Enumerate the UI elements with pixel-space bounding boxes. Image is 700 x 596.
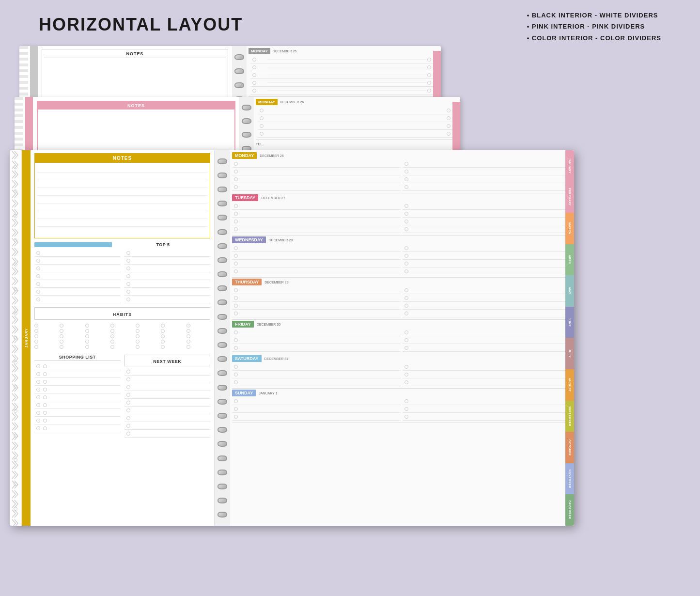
coil-front-2 xyxy=(218,173,227,178)
wf-l3 xyxy=(232,260,401,267)
thursday-date-front: DECEMBER 29 xyxy=(264,281,288,284)
left-chevron-front xyxy=(10,150,22,526)
nw-line-3 xyxy=(124,383,211,391)
tab-sep: SEPTEMBER xyxy=(565,401,574,432)
habit-dot-29 xyxy=(34,345,38,349)
habit-dot-14 xyxy=(187,329,190,333)
right-page-front: MONDAY DECEMBER 26 xyxy=(230,150,574,526)
coil-front-25 xyxy=(218,498,227,503)
coil-front-11 xyxy=(218,299,227,305)
top5r-line-1 xyxy=(124,249,211,257)
top5r-line-4 xyxy=(124,272,211,280)
thf-r3 xyxy=(403,302,571,310)
monday-lines-back xyxy=(249,56,437,94)
monday-col2-front xyxy=(403,160,571,191)
tab-jul-label: JULY xyxy=(568,349,571,358)
habit-dot-6 xyxy=(161,324,165,328)
monday-badge-mid: MONDAY xyxy=(256,99,278,105)
monday-date-mid: DECEMBER 26 xyxy=(280,100,304,104)
nw-line-1 xyxy=(124,368,211,376)
circle-3 xyxy=(14,214,17,218)
sf-r1 xyxy=(403,363,571,371)
sunf-l2 xyxy=(232,405,401,413)
habit-dot-15 xyxy=(34,334,38,338)
mf-l4 xyxy=(232,183,401,191)
monday-section-mid: MONDAY DECEMBER 26 TU... xyxy=(256,99,456,149)
sf-l2 xyxy=(232,371,401,378)
divider-mid-1 xyxy=(256,139,456,140)
tab-oct: OCTOBER xyxy=(565,432,574,463)
notes-label-back: NOTES xyxy=(44,51,226,58)
habit-dot-8 xyxy=(34,329,38,333)
tab-mar: MARCH xyxy=(565,213,574,244)
wed-col1 xyxy=(232,244,401,275)
sunf-r2 xyxy=(403,405,571,413)
habit-dot-19 xyxy=(136,334,140,338)
circle-12 xyxy=(14,434,17,438)
mf-l2 xyxy=(232,168,401,175)
wf-r4 xyxy=(403,267,571,275)
mon-mid-line-1 xyxy=(258,107,454,114)
days-mid: MONDAY DECEMBER 26 TU... xyxy=(254,97,460,153)
habit-dot-21 xyxy=(187,334,190,338)
tab-aug: AUGUST xyxy=(565,369,574,401)
habit-dot-10 xyxy=(85,329,89,333)
coil-front-24 xyxy=(218,484,227,489)
monday-badge-back: MONDAY xyxy=(249,48,270,54)
sunday-date-front: JANUARY 1 xyxy=(259,392,277,395)
coil-front-6 xyxy=(218,229,227,235)
mon-back-line-4 xyxy=(250,79,435,87)
monday-lines-mid xyxy=(256,107,456,138)
wed-col2 xyxy=(403,244,571,275)
shop-line-3 xyxy=(34,378,121,386)
tuesday-date-front: DECEMBER 27 xyxy=(261,196,285,200)
friday-front: FRIDAY DECEMBER 30 xyxy=(232,321,571,354)
habit-dot-22 xyxy=(34,340,38,344)
nw-line-9 xyxy=(124,430,211,438)
tue-col1 xyxy=(232,202,401,233)
tuesday-badge-front: TUESDAY xyxy=(232,194,258,201)
thf-l2 xyxy=(232,294,401,302)
top5-line-7 xyxy=(34,296,121,303)
tab-mar-label: MARCH xyxy=(568,222,571,235)
sunf-r3 xyxy=(403,413,571,421)
friday-header-front: FRIDAY DECEMBER 30 xyxy=(232,321,571,328)
tab-nov-label: NOVEMBER xyxy=(568,470,571,488)
shop-line-8 xyxy=(34,417,121,424)
wf-l4 xyxy=(232,267,401,275)
habits-section: HABITS xyxy=(31,305,214,353)
habit-dot-12 xyxy=(136,329,140,333)
tab-jun-label: JUNE xyxy=(568,318,571,327)
monday-badge-front: MONDAY xyxy=(232,152,257,159)
monday-date-back: DECEMBER 26 xyxy=(273,49,296,53)
notes-label-front: NOTES xyxy=(35,154,210,163)
wednesday-front: WEDNESDAY DECEMBER 28 xyxy=(232,236,571,278)
sun-col1 xyxy=(232,397,401,421)
tf-r4 xyxy=(403,225,571,233)
tf-r2 xyxy=(403,210,571,218)
top5-line-5 xyxy=(34,280,121,288)
mon-back-line-5 xyxy=(250,87,435,94)
nw-line-5 xyxy=(124,399,211,407)
mf-r2 xyxy=(403,168,571,175)
coil-front-4 xyxy=(218,201,227,206)
circle-15 xyxy=(14,507,17,511)
habit-dot-1 xyxy=(34,324,38,328)
shopping-label: SHOPPING LIST xyxy=(34,355,121,361)
circle-5 xyxy=(14,263,17,267)
sf-l1 xyxy=(232,363,401,371)
habit-dot-31 xyxy=(85,345,89,349)
circle-6 xyxy=(14,287,17,291)
habits-box: HABITS xyxy=(34,307,210,320)
coil-back-1 xyxy=(234,54,244,60)
next-week-box: NEXT WEEK xyxy=(124,355,211,366)
spiral-front xyxy=(215,150,230,526)
tue-col2 xyxy=(403,202,571,233)
top5-line-4 xyxy=(34,272,121,280)
ff-r2 xyxy=(403,336,571,344)
circle-2 xyxy=(14,189,17,193)
notes-header-mid: NOTES xyxy=(38,102,234,110)
thursday-badge-front: THURSDAY xyxy=(232,279,262,285)
coil-front-9 xyxy=(218,271,227,277)
circle-13 xyxy=(14,458,17,462)
